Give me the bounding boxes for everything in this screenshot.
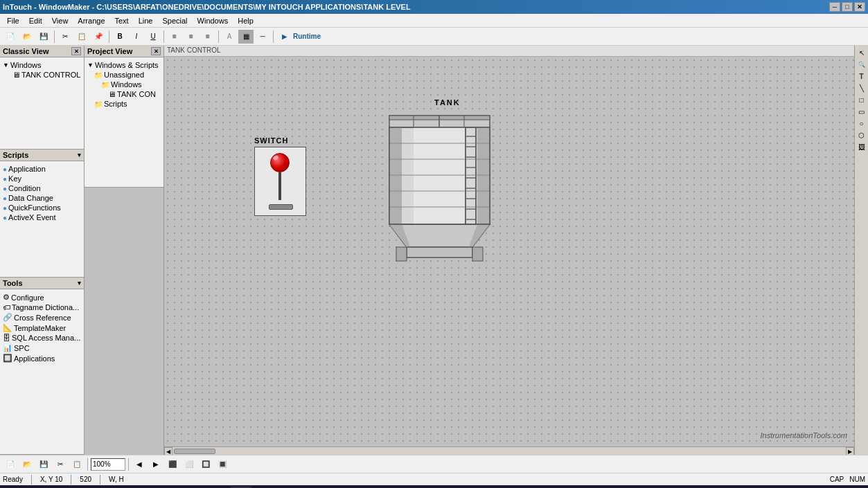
scroll-left-btn[interactable]: ◀ — [164, 447, 172, 455]
menu-help[interactable]: Help — [233, 15, 258, 26]
menu-windows[interactable]: Windows — [193, 15, 233, 26]
tool-sql[interactable]: 🗄 SQL Access Mana... — [3, 333, 81, 343]
menu-file[interactable]: File — [3, 15, 24, 26]
svg-rect-28 — [407, 247, 472, 257]
minimize-button[interactable]: ─ — [829, 2, 840, 12]
underline-button[interactable]: U — [145, 30, 161, 44]
tool-applications[interactable]: 🔲 Applications — [3, 353, 81, 363]
tank-control-item[interactable]: 🖥 TANK CONTROL — [3, 70, 81, 80]
italic-button[interactable]: I — [129, 30, 144, 44]
bt-btn10[interactable]: 🔲 — [198, 458, 213, 471]
bt-btn11[interactable]: 🔳 — [215, 458, 230, 471]
copy-button[interactable]: 📋 — [74, 30, 89, 44]
tool-image[interactable]: 🖼 — [856, 141, 867, 152]
scripts-arrow[interactable]: ▾ — [78, 152, 81, 159]
tool-spc[interactable]: 📊 SPC — [3, 343, 81, 353]
menu-edit[interactable]: Edit — [25, 15, 46, 26]
menu-view[interactable]: View — [48, 15, 73, 26]
menu-bar: File Edit View Arrange Text Line Special… — [0, 14, 868, 28]
project-panel: Project View ✕ ▼ Windows & Scripts 📁 Una… — [85, 46, 163, 188]
script-key[interactable]: ● Key — [3, 174, 81, 183]
size-label: 520 — [80, 476, 91, 483]
bold-button[interactable]: B — [112, 30, 127, 44]
toolbar-sep-5 — [273, 30, 274, 43]
tank-con-item[interactable]: 🖥 TANK CON — [87, 89, 161, 99]
tool-rounded-rect[interactable]: ▭ — [856, 106, 867, 117]
save-button[interactable]: 💾 — [36, 30, 51, 44]
bt-btn7[interactable]: ▶ — [148, 458, 163, 471]
tool-tagname[interactable]: 🏷 Tagname Dictiona... — [3, 302, 81, 312]
classic-view-content: ▼ Windows 🖥 TANK CONTROL — [0, 57, 84, 82]
script-application[interactable]: ● Application — [3, 164, 81, 174]
unassigned-folder-icon: 📁 — [94, 71, 103, 79]
tool-ellipse[interactable]: ○ — [856, 118, 867, 129]
tool-configure[interactable]: ⚙ Configure — [3, 292, 81, 302]
open-button[interactable]: 📂 — [19, 30, 35, 44]
canvas-area: TANK CONTROL SWITCH TANK — [164, 46, 854, 455]
maximize-button[interactable]: □ — [842, 2, 853, 12]
main-layout: Classic View ✕ ▼ Windows 🖥 TANK CONTROL … — [0, 46, 868, 455]
bt-btn4[interactable]: ✂ — [53, 458, 68, 471]
classic-view-close[interactable]: ✕ — [71, 47, 81, 55]
menu-special[interactable]: Special — [158, 15, 191, 26]
tool-rect[interactable]: □ — [856, 94, 867, 105]
zoom-input[interactable]: 100% — [91, 458, 125, 471]
menu-line[interactable]: Line — [134, 15, 157, 26]
toolbar-sep-1 — [54, 30, 55, 43]
new-button[interactable]: 📄 — [3, 30, 18, 44]
bt-btn9[interactable]: ⬜ — [181, 458, 197, 471]
script-data-change[interactable]: ● Data Change — [3, 193, 81, 203]
scroll-thumb-h[interactable] — [174, 449, 215, 454]
scroll-right-btn[interactable]: ▶ — [846, 447, 854, 455]
script-data-icon: ● — [3, 195, 7, 202]
bt-btn1[interactable]: 📄 — [3, 458, 18, 471]
tool-template[interactable]: 📐 TemplateMaker — [3, 323, 81, 333]
horizontal-scrollbar[interactable]: ◀ ▶ — [164, 446, 854, 455]
windows-scripts-group[interactable]: ▼ Windows & Scripts — [87, 60, 161, 70]
align-right-button[interactable]: ≡ — [200, 30, 215, 44]
tool-arrow[interactable]: ↖ — [856, 47, 867, 58]
paste-button[interactable]: 📌 — [91, 30, 106, 44]
windows-scripts-label: Windows & Scripts — [95, 61, 159, 69]
close-button[interactable]: ✕ — [854, 2, 865, 12]
runtime-button[interactable]: ▶ — [276, 30, 292, 44]
tool-text[interactable]: T — [856, 71, 867, 82]
windows-group[interactable]: ▼ Windows — [3, 60, 81, 70]
script-quick-functions[interactable]: ● QuickFunctions — [3, 203, 81, 213]
title-bar: InTouch - WindowMaker - C:\USERS\ARFAT\O… — [0, 0, 868, 14]
bt-btn8[interactable]: ⬛ — [165, 458, 180, 471]
taskbar: 🔍 Type here to search 📁 🌐 🛍 ✉ 🔵 📊 — [0, 485, 868, 488]
toolbar-sep-2 — [109, 30, 109, 43]
menu-arrange[interactable]: Arrange — [73, 15, 109, 26]
fill-button[interactable]: ▦ — [238, 30, 254, 44]
scripts-content: ● Application ● Key ● Condition ● Data C… — [0, 161, 84, 225]
tool-cross-ref[interactable]: 🔗 Cross Reference — [3, 312, 81, 323]
line-color-button[interactable]: ─ — [255, 30, 270, 44]
menu-text[interactable]: Text — [111, 15, 133, 26]
bt-btn2[interactable]: 📂 — [19, 458, 35, 471]
script-condition[interactable]: ● Condition — [3, 183, 81, 193]
svg-rect-8 — [414, 127, 466, 224]
windows-item[interactable]: 📁 Windows — [87, 80, 161, 89]
tool-polygon[interactable]: ⬡ — [856, 129, 867, 141]
tools-arrow[interactable]: ▾ — [78, 280, 81, 287]
tool-temp-label: TemplateMaker — [14, 324, 66, 332]
script-activex[interactable]: ● ActiveX Event — [3, 213, 81, 222]
scripts-item[interactable]: 📁 Scripts — [87, 99, 161, 109]
tool-line[interactable]: ╲ — [856, 82, 867, 93]
canvas-content[interactable]: SWITCH TANK — [164, 57, 854, 446]
project-view-close[interactable]: ✕ — [151, 47, 161, 55]
bt-btn6[interactable]: ◀ — [132, 458, 147, 471]
color-button[interactable]: A — [222, 30, 237, 44]
switch-graphic — [254, 147, 306, 216]
align-center-button[interactable]: ≡ — [184, 30, 199, 44]
bt-btn3[interactable]: 💾 — [36, 458, 51, 471]
project-view-header: Project View ✕ — [85, 46, 163, 57]
align-left-button[interactable]: ≡ — [167, 30, 182, 44]
tool-app-label: Applications — [14, 354, 55, 363]
cut-button[interactable]: ✂ — [57, 30, 73, 44]
unassigned-item[interactable]: 📁 Unassigned — [87, 70, 161, 80]
bt-btn5[interactable]: 📋 — [69, 458, 85, 471]
tool-zoom[interactable]: 🔍 — [856, 59, 867, 70]
title-bar-buttons[interactable]: ─ □ ✕ — [829, 2, 865, 12]
